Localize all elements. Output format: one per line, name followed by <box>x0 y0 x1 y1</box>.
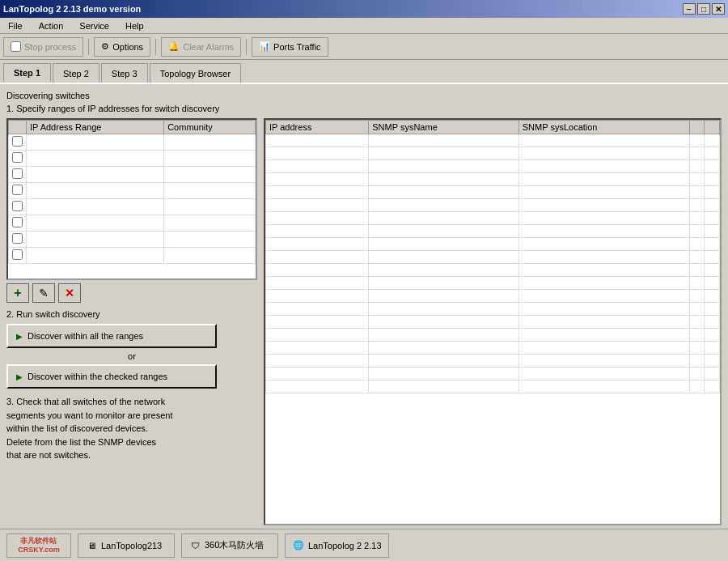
res-syslocation <box>518 173 689 186</box>
discover-all-label: Discover within all the ranges <box>28 331 143 341</box>
delete-range-button[interactable]: ✕ <box>58 283 81 303</box>
res-extra1 <box>689 355 705 368</box>
res-extra2 <box>705 160 720 173</box>
step2-section: 2. Run switch discovery ▶ Discover withi… <box>6 309 257 389</box>
row-checkbox[interactable] <box>12 152 23 163</box>
res-extra2 <box>705 368 720 380</box>
taskbar-item-1[interactable]: 🖥 LanTopolog213 <box>78 533 175 558</box>
row-ip-range[interactable] <box>27 215 164 232</box>
tab-step1[interactable]: Step 1 <box>3 63 51 83</box>
row-checkbox-cell[interactable] <box>9 167 27 183</box>
options-button[interactable]: ⚙ Options <box>94 37 150 57</box>
tab-step2[interactable]: Step 2 <box>53 63 99 83</box>
res-extra1 <box>689 173 705 186</box>
menu-action[interactable]: Action <box>34 19 69 32</box>
taskbar-label-3: LanTopolog 2 2.13 <box>308 541 382 550</box>
taskbar-item-2[interactable]: 🛡 360木马防火墙 <box>181 533 278 558</box>
res-syslocation <box>518 316 689 329</box>
res-extra2 <box>705 303 720 316</box>
row-checkbox-cell[interactable] <box>9 183 27 199</box>
maximize-button[interactable]: □ <box>697 3 710 15</box>
clear-alarms-icon: 🔔 <box>168 41 180 52</box>
clear-alarms-button[interactable]: 🔔 Clear Alarms <box>161 37 241 57</box>
res-sysname <box>369 147 519 160</box>
res-extra1 <box>689 368 705 380</box>
row-ip-range[interactable] <box>27 167 164 183</box>
res-ip <box>266 264 369 277</box>
row-checkbox-cell[interactable] <box>9 151 27 167</box>
col-check <box>9 121 27 134</box>
row-checkbox-cell[interactable] <box>9 134 27 151</box>
res-syslocation <box>518 303 689 316</box>
play-icon-1: ▶ <box>16 332 23 341</box>
stop-process-button[interactable]: Stop process <box>3 37 83 57</box>
menu-service[interactable]: Service <box>74 19 114 32</box>
row-checkbox-cell[interactable] <box>9 248 27 264</box>
row-ip-range[interactable] <box>27 183 164 199</box>
row-community[interactable] <box>164 248 256 264</box>
taskbar-icon-2: 🛡 <box>188 539 201 552</box>
ip-table: IP Address Range Community <box>8 120 256 264</box>
row-ip-range[interactable] <box>27 134 164 151</box>
discover-checked-button[interactable]: ▶ Discover within the checked ranges <box>6 364 217 389</box>
row-ip-range[interactable] <box>27 232 164 248</box>
row-checkbox[interactable] <box>12 201 23 211</box>
res-syslocation <box>518 238 689 251</box>
row-community[interactable] <box>164 199 256 215</box>
ip-table-row <box>9 134 256 151</box>
results-table-row <box>266 160 720 173</box>
menu-file[interactable]: File <box>3 19 28 32</box>
row-checkbox-cell[interactable] <box>9 232 27 248</box>
tab-topology-browser[interactable]: Topology Browser <box>150 63 241 83</box>
taskbar-icon-3: 🌐 <box>292 539 305 552</box>
row-checkbox[interactable] <box>12 217 23 227</box>
row-community[interactable] <box>164 134 256 151</box>
row-community[interactable] <box>164 183 256 199</box>
res-extra2 <box>705 342 720 355</box>
res-sysname <box>369 238 519 251</box>
row-community[interactable] <box>164 232 256 248</box>
menu-help[interactable]: Help <box>121 19 149 32</box>
right-panel: IP address SNMP sysName SNMP sysLocation <box>264 118 722 525</box>
res-extra1 <box>689 251 705 264</box>
discover-all-button[interactable]: ▶ Discover within all the ranges <box>6 324 217 348</box>
window-title: LanTopolog 2 2.13 demo version <box>3 4 141 14</box>
row-ip-range[interactable] <box>27 199 164 215</box>
results-table-row <box>266 199 720 212</box>
row-ip-range[interactable] <box>27 248 164 264</box>
row-checkbox-cell[interactable] <box>9 199 27 215</box>
minimize-button[interactable]: − <box>683 3 696 15</box>
row-checkbox[interactable] <box>12 185 23 195</box>
close-button[interactable]: ✕ <box>712 3 725 15</box>
row-community[interactable] <box>164 215 256 232</box>
res-sysname <box>369 160 519 173</box>
logo-text: 非凡软件站CRSKY.com <box>18 537 60 555</box>
row-checkbox[interactable] <box>12 249 23 260</box>
row-checkbox[interactable] <box>12 233 23 244</box>
results-table-row <box>266 251 720 264</box>
res-extra1 <box>689 342 705 355</box>
row-ip-range[interactable] <box>27 151 164 167</box>
add-range-button[interactable]: + <box>6 283 29 303</box>
row-checkbox[interactable] <box>12 168 23 179</box>
table-actions: + ✎ ✕ <box>6 280 257 306</box>
results-table-row <box>266 290 720 303</box>
row-community[interactable] <box>164 167 256 183</box>
res-sysname <box>369 329 519 342</box>
row-community[interactable] <box>164 151 256 167</box>
row-checkbox-cell[interactable] <box>9 215 27 232</box>
ports-traffic-button[interactable]: 📊 Ports Traffic <box>252 37 328 57</box>
res-sysname <box>369 342 519 355</box>
row-checkbox[interactable] <box>12 136 23 147</box>
res-ip <box>266 380 369 393</box>
edit-range-button[interactable]: ✎ <box>32 283 55 303</box>
results-table-row <box>266 186 720 199</box>
res-sysname <box>369 199 519 212</box>
options-label: Options <box>112 42 143 52</box>
taskbar-item-3[interactable]: 🌐 LanTopolog 2 2.13 <box>285 533 389 558</box>
tab-step3[interactable]: Step 3 <box>101 63 148 83</box>
res-syslocation <box>518 160 689 173</box>
stop-process-checkbox[interactable] <box>11 41 21 52</box>
res-extra1 <box>689 238 705 251</box>
res-extra2 <box>705 264 720 277</box>
